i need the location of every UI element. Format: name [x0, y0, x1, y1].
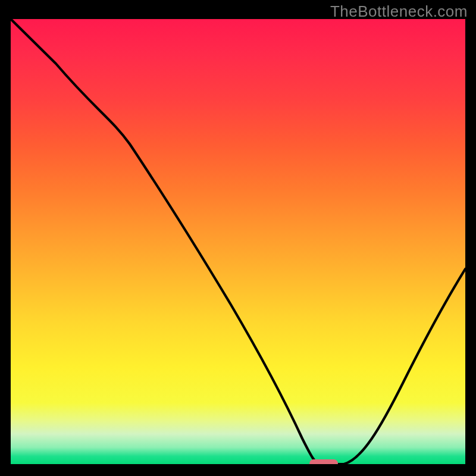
x-axis-line	[11, 464, 465, 465]
chart-svg	[11, 19, 465, 465]
curve-path	[11, 19, 465, 464]
watermark-text: TheBottleneck.com	[330, 2, 468, 21]
chart-frame: TheBottleneck.com	[0, 0, 476, 476]
plot-area	[11, 19, 465, 465]
